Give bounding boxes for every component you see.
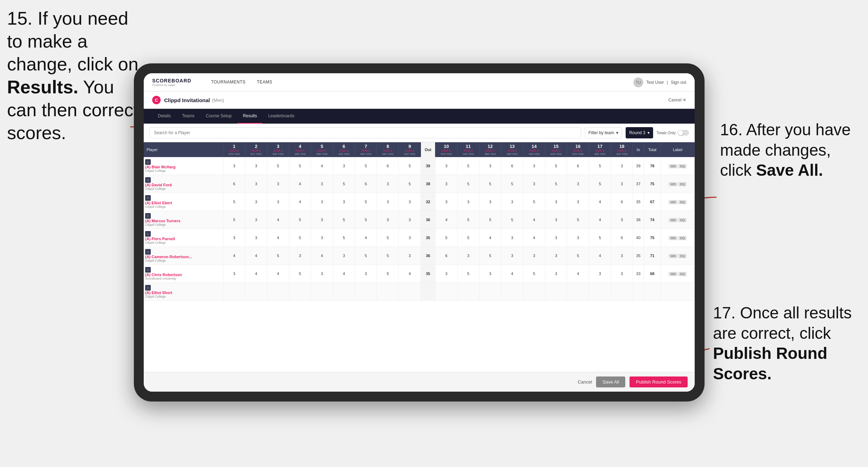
score-hole-3[interactable]: 5	[267, 157, 289, 175]
score-hole-9[interactable]: 5	[399, 157, 421, 175]
score-hole-10[interactable]: 6	[435, 247, 457, 265]
score-hole-18[interactable]: 6	[611, 193, 633, 211]
score-hole-5[interactable]: 3	[311, 229, 333, 247]
score-hole-17[interactable]: 5	[589, 229, 611, 247]
score-hole-12[interactable]: 5	[479, 211, 501, 229]
score-hole-10[interactable]: 4	[435, 211, 457, 229]
score-hole-4[interactable]: 5	[289, 265, 311, 283]
score-hole-8[interactable]: 6	[377, 157, 399, 175]
score-hole-1[interactable]: 3	[223, 229, 245, 247]
score-hole-15[interactable]	[545, 283, 567, 301]
score-hole-7[interactable]: 3	[355, 265, 377, 283]
tab-details[interactable]: Details	[152, 109, 176, 124]
score-hole-13[interactable]: 3	[501, 229, 523, 247]
score-hole-17[interactable]: 5	[589, 157, 611, 175]
score-hole-5[interactable]: 4	[311, 247, 333, 265]
score-hole-4[interactable]: 4	[289, 175, 311, 193]
wd-label[interactable]: WD	[669, 254, 677, 258]
score-hole-5[interactable]: 3	[311, 193, 333, 211]
score-hole-9[interactable]: 3	[399, 211, 421, 229]
score-hole-3[interactable]: 4	[267, 265, 289, 283]
score-hole-3[interactable]: 5	[267, 247, 289, 265]
score-hole-16[interactable]: 5	[567, 247, 589, 265]
score-hole-3[interactable]: 3	[267, 193, 289, 211]
score-hole-11[interactable]	[457, 283, 479, 301]
score-hole-4[interactable]	[289, 283, 311, 301]
score-hole-15[interactable]: 3	[545, 193, 567, 211]
score-hole-7[interactable]: 5	[355, 211, 377, 229]
score-hole-9[interactable]	[399, 283, 421, 301]
score-hole-6[interactable]: 4	[333, 265, 355, 283]
score-hole-12[interactable]: 3	[479, 193, 501, 211]
score-hole-16[interactable]: 3	[567, 175, 589, 193]
score-hole-1[interactable]: 5	[223, 193, 245, 211]
cancel-top[interactable]: Cancel ✕	[668, 98, 686, 102]
score-hole-13[interactable]: 6	[501, 157, 523, 175]
score-hole-7[interactable]: 6	[355, 175, 377, 193]
wd-label[interactable]: WD	[669, 200, 677, 204]
score-hole-12[interactable]: 5	[479, 247, 501, 265]
score-hole-8[interactable]: 3	[377, 193, 399, 211]
score-hole-14[interactable]: 4	[523, 229, 545, 247]
score-hole-2[interactable]: 3	[245, 193, 267, 211]
wd-label[interactable]: WD	[669, 218, 677, 222]
score-hole-15[interactable]: 3	[545, 229, 567, 247]
score-hole-10[interactable]: 3	[435, 175, 457, 193]
wd-label[interactable]: WD	[669, 182, 677, 186]
score-hole-18[interactable]: 3	[611, 175, 633, 193]
score-hole-8[interactable]: 5	[377, 265, 399, 283]
score-hole-14[interactable]: 3	[523, 157, 545, 175]
score-hole-13[interactable]: 4	[501, 265, 523, 283]
score-hole-18[interactable]: 3	[611, 265, 633, 283]
score-hole-13[interactable]	[501, 283, 523, 301]
score-hole-10[interactable]	[435, 283, 457, 301]
score-hole-12[interactable]: 3	[479, 265, 501, 283]
nav-tournaments[interactable]: TOURNAMENTS	[205, 73, 251, 92]
score-hole-5[interactable]: 3	[311, 175, 333, 193]
score-hole-6[interactable]: 5	[333, 229, 355, 247]
score-hole-6[interactable]: 3	[333, 193, 355, 211]
score-hole-8[interactable]	[377, 283, 399, 301]
score-hole-3[interactable]: 4	[267, 211, 289, 229]
score-hole-4[interactable]: 5	[289, 157, 311, 175]
score-hole-6[interactable]: 3	[333, 157, 355, 175]
score-hole-18[interactable]	[611, 283, 633, 301]
score-hole-1[interactable]: 3	[223, 157, 245, 175]
score-hole-18[interactable]: 3	[611, 157, 633, 175]
score-hole-1[interactable]: 5	[223, 211, 245, 229]
score-hole-18[interactable]: 3	[611, 247, 633, 265]
save-all-button[interactable]: Save All	[596, 376, 625, 387]
score-hole-2[interactable]: 4	[245, 247, 267, 265]
score-hole-11[interactable]: 5	[457, 229, 479, 247]
score-hole-16[interactable]: 5	[567, 211, 589, 229]
dq-label[interactable]: DQ	[678, 200, 687, 204]
score-hole-14[interactable]: 5	[523, 265, 545, 283]
score-hole-12[interactable]	[479, 283, 501, 301]
score-hole-17[interactable]	[589, 283, 611, 301]
score-hole-14[interactable]: 3	[523, 247, 545, 265]
publish-button[interactable]: Publish Round Scores	[630, 376, 688, 387]
score-hole-12[interactable]: 4	[479, 229, 501, 247]
filter-dropdown[interactable]: Filter by team ▾	[585, 127, 622, 138]
score-hole-1[interactable]: 4	[223, 247, 245, 265]
score-hole-5[interactable]: 4	[311, 157, 333, 175]
score-hole-16[interactable]	[567, 283, 589, 301]
score-hole-10[interactable]: 3	[435, 193, 457, 211]
score-hole-17[interactable]: 4	[589, 193, 611, 211]
score-hole-3[interactable]: 3	[267, 175, 289, 193]
score-hole-12[interactable]: 5	[479, 175, 501, 193]
wd-label[interactable]: WD	[669, 164, 677, 168]
score-hole-13[interactable]: 3	[501, 193, 523, 211]
signout-link[interactable]: Sign out	[671, 80, 686, 85]
score-hole-6[interactable]: 5	[333, 211, 355, 229]
dq-label[interactable]: DQ	[678, 182, 687, 186]
score-hole-1[interactable]	[223, 283, 245, 301]
score-hole-2[interactable]: 3	[245, 229, 267, 247]
score-hole-17[interactable]: 4	[589, 247, 611, 265]
score-hole-9[interactable]: 3	[399, 229, 421, 247]
score-hole-16[interactable]: 3	[567, 229, 589, 247]
score-hole-13[interactable]: 3	[501, 247, 523, 265]
score-hole-9[interactable]: 5	[399, 175, 421, 193]
score-hole-10[interactable]: 5	[435, 229, 457, 247]
score-hole-9[interactable]: 3	[399, 247, 421, 265]
